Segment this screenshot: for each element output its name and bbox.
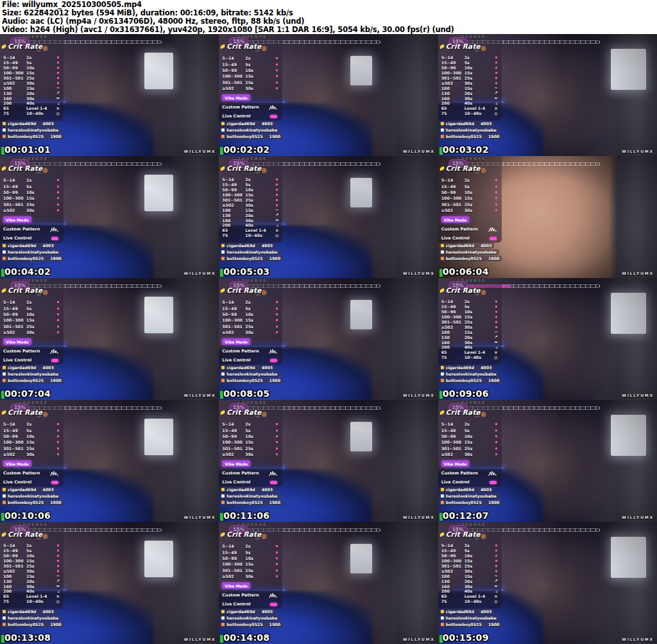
timestamp-overlay: 00:11:06 xyxy=(220,510,269,521)
tip-range: 100~300 xyxy=(441,315,465,319)
tipper-chip: bottomboy05251900 xyxy=(220,256,283,261)
tip-duration: 25s xyxy=(26,564,57,568)
tipper-amount: 1900 xyxy=(50,500,62,505)
tip-duration: 30s xyxy=(465,325,495,329)
vibe-level-icon xyxy=(495,209,497,211)
tip-range: 301~501 xyxy=(222,198,245,202)
vibe-level-icon xyxy=(57,179,59,181)
tip-menu-panel: Crit Rate5~142s15~495s50~9910s100~30015s… xyxy=(219,522,282,609)
chili-icon xyxy=(1,410,6,415)
tip-menu-row: 13020s↗ xyxy=(3,91,60,96)
tip-menu-row: 50~9910s xyxy=(441,433,499,439)
tipper-amount: 1900 xyxy=(50,256,62,261)
tip-menu-title: Crit Rate xyxy=(439,286,481,294)
tip-menu-row: ≥50230s xyxy=(3,568,60,573)
tip-duration: 40s xyxy=(245,223,277,227)
tip-menu-row: 65Level 1-4× xyxy=(3,106,60,111)
tip-menu-rows: 5~142s15~495s50~9910s100~30015s301~50125… xyxy=(3,543,60,604)
tip-duration: 2s xyxy=(245,177,276,182)
vibe-level-icon xyxy=(495,77,497,79)
tip-range: 50~99 xyxy=(222,556,245,561)
vibe-level-icon xyxy=(495,565,497,567)
tip-amount: 130 xyxy=(3,91,26,96)
vibe-level-icon xyxy=(495,306,497,308)
vibe-level-icon xyxy=(495,430,497,431)
vibe-level-icon xyxy=(495,191,497,193)
tip-menu-title: Crit Rate xyxy=(1,408,42,416)
control-label: Live Control xyxy=(222,602,250,607)
vibe-level-icon xyxy=(57,301,59,303)
tip-duration: 5s xyxy=(26,60,57,65)
tip-duration: 30s xyxy=(465,208,495,213)
tip-menu-row: 100~30015s xyxy=(3,195,60,201)
tip-amount: 130 xyxy=(441,91,465,96)
timestamp-text: 00:11:06 xyxy=(223,510,269,521)
tip-range: ≥502 xyxy=(222,330,245,335)
tipper-amount: 4003 xyxy=(262,365,273,370)
vibe-level-icon xyxy=(57,82,59,84)
control-label: Custom Pattern xyxy=(3,349,40,354)
tip-menu-row: 7510~40s◎ xyxy=(222,233,279,238)
model-watermark: WILLYUMX xyxy=(403,637,435,641)
vibe-level-icon xyxy=(495,311,497,313)
tip-menu-title-text: Crit Rate xyxy=(8,42,42,50)
tip-amount: 75 xyxy=(441,111,465,116)
vibe-mode-badge: Vibe Mode xyxy=(3,460,31,467)
tip-menu-row: 301~50125s xyxy=(222,80,279,85)
timestamp-overlay: 00:14:08 xyxy=(220,632,269,643)
tipper-amount: 4003 xyxy=(42,243,54,248)
model-watermark: WILLYUMX xyxy=(622,515,654,519)
tipper-amount: 4003 xyxy=(481,243,492,248)
tipper-name: bottomboy0525 xyxy=(226,378,262,383)
vibe-level-icon xyxy=(276,204,278,206)
vibe-mode-badge: Vibe Mode xyxy=(441,216,470,223)
tip-menu-panel: Crit Rate5~142s15~495s50~9910s100~30015s… xyxy=(438,34,502,121)
tip-duration: 15s xyxy=(26,574,56,579)
timestamp-overlay: 00:09:06 xyxy=(439,388,489,399)
vibe-level-icon xyxy=(276,448,278,449)
tipper-chip: bottomboy05251900 xyxy=(439,134,502,139)
waveform-icon xyxy=(269,349,277,354)
trophy-bronze-icon xyxy=(3,257,6,260)
custom-pattern-button: Custom Pattern xyxy=(3,471,58,476)
tip-menu-rows: 5~142s15~495s50~9910s100~30015s301~50125… xyxy=(441,299,499,360)
tip-duration: Level 1-4 xyxy=(465,350,495,354)
toy-icon xyxy=(490,237,497,240)
pattern-wave-icon: ≈ xyxy=(494,340,497,345)
model-watermark: WILLYUMX xyxy=(622,637,654,641)
trophy-bronze-icon xyxy=(441,623,444,626)
tipper-name: bottomboy0525 xyxy=(446,134,482,139)
tip-menu-rows: 5~142s15~495s50~9910s100~30015s301~50125… xyxy=(222,543,279,607)
tipper-name: hereslookinatyoubabe xyxy=(446,250,497,254)
tip-menu-row: 15~495s xyxy=(441,304,499,309)
top-tippers: cigardad69d4003hereslookinatyoubabebotto… xyxy=(439,243,502,261)
timestamp-text: 00:07:04 xyxy=(4,388,51,399)
tip-amount: 160 xyxy=(3,96,26,101)
timestamp-overlay: 00:10:06 xyxy=(1,510,51,521)
tipper-name: cigardad69d xyxy=(226,243,255,248)
trophy-silver-icon xyxy=(3,494,6,498)
waveform-icon xyxy=(50,471,58,476)
pattern-pulse-icon: ~ xyxy=(275,207,278,213)
tip-menu-panel: Crit Rate5~142s15~495s50~9910s100~30015s… xyxy=(438,522,502,609)
tip-menu-row: 10015s~ xyxy=(3,573,60,579)
tip-range: 100~300 xyxy=(222,74,245,78)
timestamp-overlay: 00:05:03 xyxy=(220,266,269,277)
tip-menu-title-text: Crit Rate xyxy=(446,42,481,50)
tip-menu-row: 5~142s xyxy=(3,55,60,60)
live-control-button: Live Control xyxy=(222,358,277,363)
toy-icon xyxy=(270,603,277,606)
tipper-amount: 1900 xyxy=(488,134,500,139)
tip-duration: 30s xyxy=(465,569,495,573)
tip-range: 301~501 xyxy=(441,446,465,451)
waveform-icon xyxy=(488,471,497,476)
tip-menu-row: 15~495s xyxy=(222,61,279,67)
trophy-silver-icon xyxy=(441,128,444,132)
tip-menu-row: 100~30015s xyxy=(441,315,499,320)
vibe-level-icon xyxy=(57,197,59,199)
tip-range: 15~49 xyxy=(441,428,465,433)
tip-duration: 5s xyxy=(465,304,495,309)
timestamp-text: 00:02:02 xyxy=(223,144,269,155)
tip-menu-row: 5~142s xyxy=(3,177,60,183)
tip-range: 50~99 xyxy=(3,553,26,558)
